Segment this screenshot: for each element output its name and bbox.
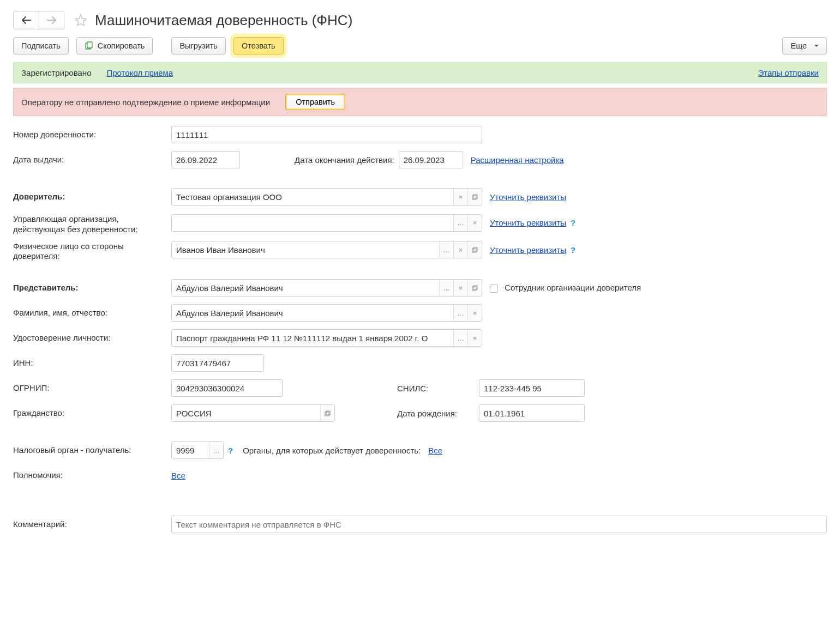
svg-rect-7: [473, 286, 477, 289]
inn-label: ИНН:: [13, 358, 171, 368]
powers-label: Полномочия:: [13, 470, 171, 481]
employee-checkbox-label: Сотрудник организации доверителя: [505, 283, 641, 292]
iddoc-label: Удостоверение личности:: [13, 333, 171, 343]
more-button[interactable]: Еще: [782, 37, 827, 55]
select-icon[interactable]: …: [453, 305, 467, 321]
principal-person-label: Физическое лицо со стороны доверителя:: [13, 238, 171, 262]
sign-button[interactable]: Подписать: [13, 37, 69, 55]
open-icon[interactable]: [320, 405, 334, 421]
ogrnip-label: ОГРНИП:: [13, 383, 171, 394]
forward-button[interactable]: [39, 11, 64, 29]
favorite-star-icon[interactable]: [74, 14, 87, 27]
representative-input[interactable]: [172, 280, 439, 296]
comment-label: Комментарий:: [13, 519, 171, 530]
send-confirmation-button[interactable]: Отправить: [285, 94, 345, 110]
svg-rect-4: [472, 249, 476, 252]
clear-icon[interactable]: ×: [467, 330, 482, 346]
mgmt-org-input[interactable]: [172, 215, 453, 231]
select-icon[interactable]: …: [439, 241, 453, 258]
clarify-person-link[interactable]: Уточнить реквизиты: [490, 245, 566, 255]
select-icon[interactable]: …: [453, 330, 467, 346]
status-banner: Зарегистрировано Протокол приема Этапы о…: [13, 62, 827, 83]
stages-link[interactable]: Этапы отправки: [758, 68, 819, 77]
citizenship-input-group: [171, 404, 335, 422]
arrow-left-icon: [21, 16, 31, 24]
mgmt-org-label: Управляющая организация, действующая без…: [13, 211, 171, 235]
select-icon[interactable]: …: [439, 280, 453, 296]
snils-label: СНИЛС:: [397, 384, 479, 393]
end-date-input[interactable]: [399, 151, 463, 168]
svg-rect-5: [473, 247, 477, 251]
export-button[interactable]: Выгрузить: [171, 37, 225, 55]
copy-document-icon: [85, 41, 93, 50]
copy-button[interactable]: Скопировать: [76, 37, 153, 55]
citizenship-input[interactable]: [172, 405, 320, 421]
fio-input[interactable]: [172, 305, 453, 321]
titlebar: Машиночитаемая доверенность (ФНС): [13, 11, 827, 29]
number-input[interactable]: [171, 126, 482, 143]
svg-rect-2: [472, 196, 476, 199]
clarify-mgmt-link[interactable]: Уточнить реквизиты: [490, 218, 566, 227]
help-icon[interactable]: ?: [571, 245, 575, 255]
number-label: Номер доверенности:: [13, 130, 171, 140]
iddoc-input[interactable]: [172, 330, 453, 346]
clear-icon[interactable]: ×: [467, 305, 482, 321]
status-text: Зарегистрировано: [21, 68, 91, 77]
tax-org-input-group: …: [171, 441, 224, 459]
clear-icon[interactable]: ×: [453, 189, 467, 205]
advanced-settings-link[interactable]: Расширенная настройка: [471, 155, 564, 165]
citizenship-label: Гражданство:: [13, 408, 171, 419]
fio-input-group: … ×: [171, 304, 482, 322]
svg-rect-3: [473, 195, 477, 198]
mgmt-org-input-group: … ×: [171, 214, 482, 232]
principal-person-input-group: … ×: [171, 241, 482, 258]
employee-checkbox-wrap[interactable]: Сотрудник организации доверителя: [490, 283, 641, 293]
principal-input[interactable]: [172, 189, 453, 205]
inn-input[interactable]: [171, 354, 264, 372]
fio-label: Фамилия, имя, отчество:: [13, 308, 171, 318]
open-icon[interactable]: [467, 241, 482, 258]
representative-input-group: … ×: [171, 279, 482, 297]
comment-input[interactable]: [171, 516, 827, 533]
error-banner: Оператору не отправлено подтверждение о …: [13, 88, 827, 116]
clear-icon[interactable]: ×: [453, 241, 467, 258]
powers-all-link[interactable]: Все: [171, 471, 185, 480]
tax-org-label: Налоговый орган - получатель:: [13, 445, 171, 456]
clear-icon[interactable]: ×: [467, 215, 482, 231]
copy-button-label: Скопировать: [98, 41, 145, 50]
tax-scope-all-link[interactable]: Все: [428, 446, 442, 455]
revoke-button[interactable]: Отозвать: [233, 37, 284, 55]
revoke-button-highlight: Отозвать: [233, 37, 284, 55]
clear-icon[interactable]: ×: [453, 280, 467, 296]
arrow-right-icon: [47, 16, 57, 24]
svg-rect-1: [87, 42, 92, 48]
svg-rect-8: [325, 412, 329, 416]
issue-date-input[interactable]: [171, 151, 240, 168]
clarify-principal-link[interactable]: Уточнить реквизиты: [490, 192, 566, 202]
principal-input-group: ×: [171, 188, 482, 205]
select-icon[interactable]: …: [453, 215, 467, 231]
dob-label: Дата рождения:: [397, 409, 479, 418]
snils-input[interactable]: [479, 379, 585, 397]
representative-label: Представитель:: [13, 283, 171, 293]
ogrnip-input[interactable]: [171, 379, 283, 397]
form: Номер доверенности: Дата выдачи: Дата ок…: [13, 124, 827, 535]
svg-rect-9: [326, 411, 330, 415]
help-icon[interactable]: ?: [228, 446, 233, 455]
protocol-link[interactable]: Протокол приема: [106, 68, 173, 77]
nav-button-group: [13, 11, 64, 29]
issue-date-label: Дата выдачи:: [13, 155, 171, 165]
svg-rect-6: [472, 287, 476, 291]
dob-input[interactable]: [479, 404, 585, 422]
tax-org-input[interactable]: [172, 442, 209, 458]
checkbox-icon: [490, 285, 498, 293]
more-button-label: Еще: [790, 41, 807, 50]
principal-person-input[interactable]: [172, 241, 439, 258]
open-icon[interactable]: [467, 280, 482, 296]
help-icon[interactable]: ?: [571, 218, 575, 227]
back-button[interactable]: [14, 11, 39, 29]
page-title: Машиночитаемая доверенность (ФНС): [95, 12, 352, 29]
error-text: Оператору не отправлено подтверждение о …: [21, 98, 270, 107]
open-icon[interactable]: [467, 189, 482, 205]
select-icon[interactable]: …: [209, 442, 223, 458]
